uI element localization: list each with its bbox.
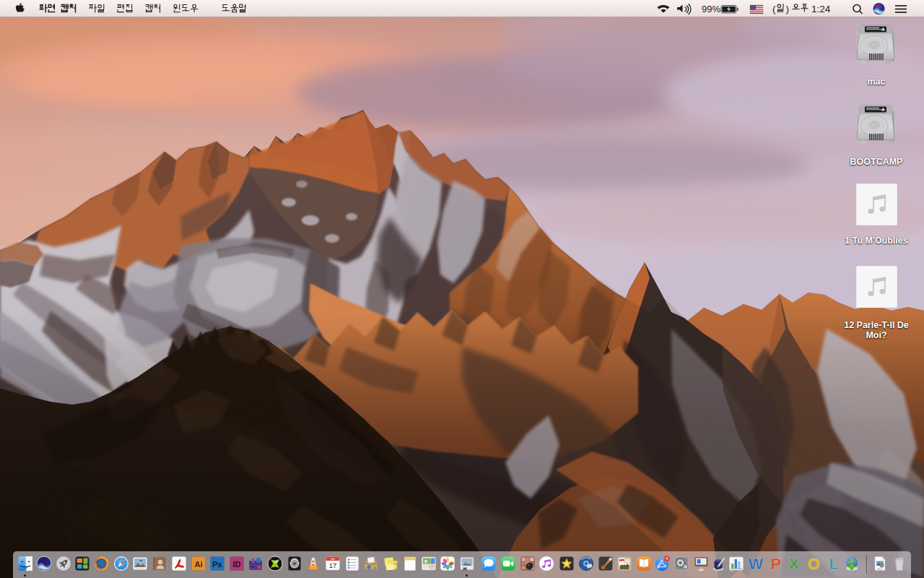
svg-text:L: L <box>829 556 839 571</box>
svg-text:Page: Page <box>393 562 398 566</box>
svg-text:W: W <box>748 556 763 571</box>
svg-text:Ps: Ps <box>212 560 222 569</box>
svg-text:Ai: Ai <box>194 560 202 569</box>
svg-text:P: P <box>770 556 780 571</box>
svg-text:1:24: 1:24 <box>811 4 831 14</box>
svg-text:(: ( <box>772 4 776 14</box>
svg-text:17: 17 <box>328 561 336 569</box>
svg-text:4: 4 <box>666 556 668 561</box>
svg-text:): ) <box>786 4 790 14</box>
svg-text:X: X <box>789 556 800 571</box>
svg-text:99%: 99% <box>702 4 720 14</box>
svg-text:6월: 6월 <box>331 558 334 561</box>
svg-text:ID: ID <box>232 560 240 569</box>
svg-text:MOV: MOV <box>878 568 883 571</box>
svg-text:O: O <box>808 556 820 571</box>
